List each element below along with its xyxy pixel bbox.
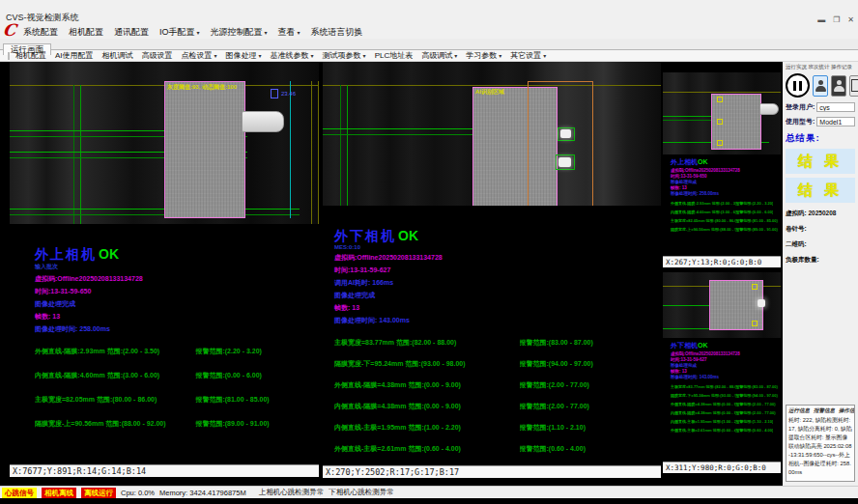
toolbar-item-spot-check[interactable]: 点检设置▾ [182, 50, 217, 61]
camera-result-title: 外下相机OK [671, 341, 779, 350]
threshold-overlay-text: 灰度阈值:93, 动态阈值:100 [167, 83, 237, 92]
total-result-label: 总结果: [786, 132, 855, 145]
toolbar-item-test-params[interactable]: 测试项参数▾ [323, 50, 366, 61]
measurement-row: 隔膜宽度-下=95.24mm 范围:(93.00 - 98.00)报警范围:(9… [671, 393, 779, 398]
logout-button[interactable]: ➜ [849, 75, 858, 97]
measurement-row: 隔膜宽度-上=90.56mm 范围:(88.00 - 92.00)报警范围:(8… [671, 227, 779, 232]
menu-item-camera-config[interactable]: 相机配置 [69, 26, 103, 39]
dropdown-arrow-icon: ▾ [259, 53, 262, 59]
toolbar-item-camera-debug[interactable]: 相机调试 [102, 50, 133, 61]
roi-line-yellow [311, 81, 312, 224]
baseline-green [340, 85, 341, 206]
mini-view-2[interactable] [663, 272, 781, 338]
defect-mark-yellow [717, 140, 723, 146]
menu-item-io-config[interactable]: IO手配置▾ [159, 26, 200, 39]
process-done-text: 图像处理完成 [334, 291, 659, 300]
alarm-range-text: 报警范围:(81.00 - 85.00) [195, 395, 269, 405]
toolbar-item-plc-address[interactable]: PLC地址表 [375, 50, 414, 61]
baseline-green [73, 85, 74, 224]
admin-user-button[interactable] [831, 75, 846, 97]
admin-user-icon [834, 80, 844, 92]
toolbar-item-advanced-settings[interactable]: 高级设置 [142, 50, 173, 61]
roi-line-yellow [318, 81, 319, 224]
virtual-code-field: 虚拟码: 20250208 [786, 210, 855, 218]
menu-item-view[interactable]: 查看▾ [278, 26, 300, 39]
time-text: 时间:13-31-59-650 [35, 287, 317, 296]
process-time-text: 图像处理时间: 143.00ms [334, 316, 659, 325]
log-tab-operation[interactable]: 操作信息 [839, 407, 855, 414]
sidebar-status-note: 运行实况 班次统计 操作记录 [786, 64, 855, 70]
toolbar-item-ai-usage-config[interactable]: AI使用配置 [55, 50, 94, 61]
dropdown-arrow-icon: ▾ [363, 53, 366, 59]
toolbar: 相机配置 AI使用配置 相机调试 高级设置 点检设置▾ 图像处理▾ 基准线参数▾… [0, 50, 858, 62]
menu-item-light-control-config[interactable]: 光源控制配置▾ [211, 26, 268, 39]
status-ok: OK [698, 158, 708, 165]
result-box-2: 结 果 [786, 178, 855, 203]
measurement-text: 隔膜宽度-上=90.56mm 范围:(88.00 - 92.00) [35, 419, 195, 429]
measurement-text: 外侧直线-主极=2.61mm 范围:(0.60 - 4.00) [334, 444, 520, 454]
measurement-row: 外侧直线-隔膜:2.93mm 范围:(2.00 - 3.50)报警范围:(2.2… [35, 347, 317, 356]
toolbar-item-image-processing[interactable]: 图像处理▾ [226, 50, 262, 61]
log-tab-alarm[interactable]: 报警信息 [814, 407, 835, 414]
result-box-1: 结 果 [786, 149, 855, 174]
defect-mark-yellow [752, 321, 758, 326]
log-text: 耗时: 222, 缺陷检测耗时: 17, 缺陷分离耗时: 0, 缺陷提取合区耗时… [788, 416, 852, 477]
status-ok: OK [398, 228, 418, 243]
memory-usage-text: Memory: 3424.41796875M [159, 489, 246, 497]
toolbar-item-baseline-params[interactable]: 基准线参数▾ [271, 50, 314, 61]
camera-offline-badge: 相机离线 [42, 488, 76, 498]
toolbar-grip[interactable] [8, 52, 10, 60]
camera-image-upper[interactable]: 灰度阈值:93, 动态阈值:100 23.46 [10, 62, 319, 224]
measurement-row: 隔膜宽度-下=95.24mm 范围:(93.00 - 98.00)报警范围:(9… [334, 359, 659, 369]
lamp-highlight [758, 299, 765, 307]
log-tab-run[interactable]: 运行信息 [788, 407, 810, 414]
dropdown-arrow-icon: ▾ [197, 30, 200, 36]
app-window: CVS-视觉检测系统 ▬ ❐ ✕ C 系统配置 相机配置 通讯配置 IO手配置▾… [0, 0, 858, 504]
dropdown-arrow-icon: ▾ [543, 53, 546, 59]
qrcode-field: 二维码: [786, 240, 855, 249]
toolbar-item-learning-params[interactable]: 学习参数▾ [466, 50, 501, 61]
frame-count-text: 帧数: 13 [334, 303, 659, 313]
menu-item-comm-config[interactable]: 通讯配置 [114, 26, 149, 39]
measure-line-green [10, 209, 300, 210]
lamp-highlight [558, 157, 571, 167]
measurement-text: 外侧直线-隔膜:2.93mm 范围:(2.00 - 3.50) [35, 347, 195, 356]
alarm-range-text: 报警范围:(1.10 - 2.10) [520, 423, 586, 433]
model-value[interactable]: Model1 [816, 117, 855, 126]
model-row: 使用型号: Model1 [786, 117, 855, 126]
pause-button[interactable] [786, 73, 810, 98]
window-title: CVS-视觉检测系统 [6, 12, 810, 24]
camera-panel-upper: 灰度阈值:93, 动态阈值:100 23.46 外上相机OK 输入批次 虚拟码:… [10, 62, 319, 486]
toolbar-item-other-settings[interactable]: 其它设置▾ [510, 50, 546, 61]
dropdown-arrow-icon: ▾ [214, 53, 217, 59]
menu-item-system-config[interactable]: 系统配置 [23, 26, 58, 39]
user-button[interactable] [813, 75, 828, 97]
menu-item-language-switch[interactable]: 系统语言切换 [311, 26, 363, 39]
login-user-value[interactable]: cys [816, 102, 855, 112]
measurement-row: 外侧直线-隔膜=4.38mm 范围:(0.00 - 9.00)报警范围:(2.0… [671, 402, 779, 406]
toolbar-item-advanced-debug[interactable]: 高级调试▾ [421, 50, 457, 61]
minimize-icon[interactable]: ▬ [817, 15, 825, 24]
toolbar-item-camera-config[interactable]: 相机配置 [15, 50, 46, 61]
log-tabs: 运行信息 报警信息 操作信息 [788, 407, 852, 414]
process-time-text: 图像处理时间: 258.00ms [35, 324, 317, 334]
virtual-code-text: 虚拟码:Offline20250208133134728 [671, 168, 779, 173]
model-label: 使用型号: [786, 117, 815, 126]
measurement-row: 主极宽度=82.05mm 范围:(80.00 - 86.00)报警范围:(81.… [671, 218, 779, 223]
lamp-highlight [560, 129, 571, 138]
alarm-range-text: 报警范围:(0.60 - 4.00) [520, 444, 586, 454]
camera-image-lower[interactable]: AI识别区域 [323, 62, 661, 206]
login-user-row: 登录用户: cys [786, 102, 855, 112]
virtual-code-text: 虚拟码:Offline20250208133134728 [671, 351, 779, 356]
dropdown-arrow-icon: ▾ [298, 30, 300, 36]
main-area: 灰度阈值:93, 动态阈值:100 23.46 外上相机OK 输入批次 虚拟码:… [0, 62, 858, 486]
frame-count-text: 帧数: 13 [35, 312, 317, 322]
measurement-text: 内侧直线-隔膜=4.38mm 范围:(0.00 - 9.00) [334, 402, 520, 411]
close-icon[interactable]: ✕ [847, 15, 854, 24]
log-box: 运行信息 报警信息 操作信息 耗时: 222, 缺陷检测耗时: 17, 缺陷分离… [786, 405, 855, 482]
measurement-rows: 外侧直线-隔膜:2.93mm 范围:(2.00 - 3.50)报警范围:(2.2… [35, 347, 317, 429]
pause-icon [793, 81, 796, 91]
maximize-icon[interactable]: ❐ [833, 15, 840, 24]
alarm-range-text: 报警范围:(89.00 - 91.00) [195, 419, 269, 429]
mini-view-1[interactable] [663, 72, 781, 154]
